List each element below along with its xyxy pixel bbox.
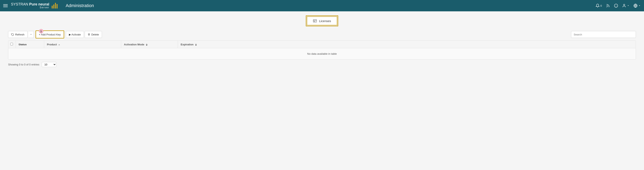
th-activation-mode[interactable]: Activation Mode bbox=[121, 41, 178, 48]
refresh-label: Refresh bbox=[15, 33, 24, 36]
delete-icon bbox=[88, 33, 90, 36]
svg-point-0 bbox=[606, 7, 607, 7]
logo-bar-2 bbox=[53, 4, 54, 8]
tab-licenses-label: Licenses bbox=[319, 19, 331, 23]
svg-rect-7 bbox=[313, 20, 317, 22]
toolbar-left: Refresh + Add Product Key 1 ▶ Activate bbox=[8, 30, 102, 38]
activate-label: ▶ Activate bbox=[69, 33, 81, 36]
expiration-sort-icon bbox=[195, 44, 197, 46]
refresh-icon bbox=[11, 33, 14, 36]
tab-licenses[interactable]: Licenses bbox=[307, 16, 337, 25]
logo-bar-1 bbox=[52, 6, 53, 8]
no-data-row: No data available in table bbox=[8, 48, 636, 60]
header-right: 0 bbox=[596, 4, 641, 8]
th-expiration-label: Expiration bbox=[181, 43, 194, 46]
user-icon[interactable] bbox=[622, 4, 630, 8]
tab-highlight: Licenses bbox=[306, 16, 338, 26]
app-header: SYSTRAN Pure neural Server Administratio… bbox=[0, 0, 644, 11]
search-container bbox=[571, 31, 636, 38]
badge-number: 1 bbox=[39, 29, 43, 34]
refresh-dropdown-button[interactable] bbox=[28, 31, 34, 38]
page-title: Administration bbox=[66, 3, 94, 8]
info-icon[interactable] bbox=[614, 4, 618, 8]
delete-button[interactable]: Delete bbox=[85, 31, 102, 38]
logo-text: SYSTRAN Pure neural Server bbox=[11, 2, 49, 9]
select-all-checkbox[interactable] bbox=[10, 43, 13, 46]
logo-bars bbox=[52, 3, 58, 8]
delete-label: Delete bbox=[92, 33, 99, 36]
th-expiration[interactable]: Expiration bbox=[178, 41, 636, 48]
rss-icon[interactable] bbox=[606, 4, 610, 8]
logo: SYSTRAN Pure neural Server bbox=[11, 2, 58, 9]
th-status[interactable]: Status bbox=[16, 41, 44, 48]
bell-count: 0 bbox=[600, 4, 602, 7]
globe-icon[interactable] bbox=[634, 4, 641, 8]
table-footer: Showing 0 to 0 of 0 entries 10 25 50 100 bbox=[8, 62, 636, 67]
hamburger-menu[interactable] bbox=[3, 4, 8, 7]
svg-point-4 bbox=[624, 4, 625, 6]
table-body: No data available in table bbox=[8, 48, 636, 60]
logo-product: Pure neural bbox=[29, 2, 49, 6]
per-page-select[interactable]: 10 25 50 100 bbox=[42, 62, 56, 67]
main-content: Licenses Refresh + Add Product Key bbox=[0, 11, 644, 170]
entries-label: Showing 0 to 0 of 0 entries bbox=[8, 63, 39, 66]
th-status-label: Status bbox=[19, 43, 27, 46]
no-data-message: No data available in table bbox=[8, 48, 636, 60]
search-input[interactable] bbox=[571, 31, 636, 38]
bell-icon[interactable]: 0 bbox=[596, 4, 602, 8]
activation-sort-icon bbox=[146, 44, 148, 46]
logo-server: Server bbox=[11, 6, 49, 9]
add-product-key-label: + Add Product Key bbox=[39, 33, 61, 36]
activate-button[interactable]: ▶ Activate bbox=[66, 31, 84, 38]
th-activation-mode-label: Activation Mode bbox=[124, 43, 144, 46]
tab-container: Licenses bbox=[8, 16, 636, 26]
toolbar: Refresh + Add Product Key 1 ▶ Activate bbox=[8, 30, 636, 38]
refresh-button[interactable]: Refresh bbox=[8, 31, 28, 38]
logo-bar-4 bbox=[56, 4, 58, 8]
logo-bar-3 bbox=[55, 3, 56, 8]
table-header: Status Product Activation Mode bbox=[8, 41, 636, 48]
th-checkbox bbox=[8, 41, 16, 48]
chevron-down-icon bbox=[30, 34, 32, 36]
add-product-key-highlight: + Add Product Key 1 bbox=[36, 30, 64, 38]
svg-rect-9 bbox=[314, 21, 315, 22]
product-sort-icon bbox=[58, 44, 60, 45]
th-product-label: Product bbox=[47, 43, 57, 46]
table-container: Status Product Activation Mode bbox=[8, 40, 636, 60]
logo-brand: SYSTRAN bbox=[11, 2, 28, 6]
th-product[interactable]: Product bbox=[44, 41, 121, 48]
licenses-icon bbox=[313, 19, 317, 23]
licenses-table: Status Product Activation Mode bbox=[8, 41, 636, 59]
header-left: SYSTRAN Pure neural Server Administratio… bbox=[3, 2, 94, 9]
